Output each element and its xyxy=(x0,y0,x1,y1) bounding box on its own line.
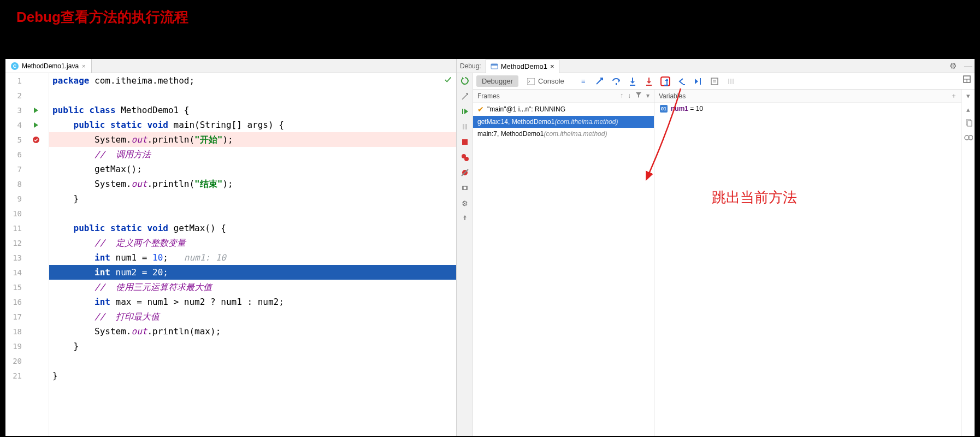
modify-run-icon[interactable] xyxy=(459,91,470,102)
line-num: 19 xyxy=(5,342,25,351)
line-num: 17 xyxy=(5,312,25,321)
minimize-icon[interactable]: — xyxy=(964,61,972,70)
collapse-all-icon[interactable]: ▴ xyxy=(966,105,970,114)
thread-label: "main"@1 i...n": RUNNING xyxy=(487,105,565,113)
line-num: 16 xyxy=(5,298,25,306)
run-icon[interactable] xyxy=(25,122,47,128)
svg-rect-2 xyxy=(491,64,498,66)
svg-rect-23 xyxy=(711,78,718,85)
dropdown-icon[interactable]: ▾ xyxy=(646,92,650,100)
check-icon: ✔ xyxy=(477,105,484,114)
resume-icon[interactable] xyxy=(459,106,470,117)
variables-side-toolbar: ▾ ▴ xyxy=(961,90,975,436)
line-num: 21 xyxy=(5,371,25,380)
run-config-name: MethodDemo1 xyxy=(501,62,547,70)
svg-rect-33 xyxy=(967,121,972,126)
expand-all-icon[interactable]: ▾ xyxy=(966,92,970,100)
line-num: 9 xyxy=(5,194,25,203)
editor-tab[interactable]: C MethodDemo1.java × xyxy=(5,59,92,73)
line-num: 13 xyxy=(5,253,25,262)
line-num: 2 xyxy=(5,91,25,100)
code-area[interactable]: package com.itheima.method; public class… xyxy=(49,73,456,436)
debug-sidebar: ⚙ xyxy=(457,73,473,436)
variables-header: Variables xyxy=(659,92,686,100)
pin-icon[interactable] xyxy=(459,213,470,224)
line-num: 6 xyxy=(5,150,25,159)
variables-pane: Variables ＋ 01 num1 = 10 xyxy=(654,90,975,436)
show-watches-icon[interactable] xyxy=(964,134,973,142)
svg-rect-13 xyxy=(527,78,535,85)
svg-point-12 xyxy=(463,187,466,190)
pause-icon[interactable] xyxy=(459,121,470,132)
mute-breakpoints-icon[interactable] xyxy=(459,167,470,178)
annotation-text: 跳出当前方法 xyxy=(712,188,797,207)
get-thread-dump-icon[interactable] xyxy=(459,182,470,193)
close-icon[interactable]: × xyxy=(550,62,554,70)
console-tab[interactable]: Console xyxy=(522,75,570,87)
line-num: 11 xyxy=(5,224,25,233)
editor-tabs: C MethodDemo1.java × xyxy=(5,59,456,73)
next-frame-icon[interactable]: ↓ xyxy=(628,92,631,100)
line-num: 18 xyxy=(5,327,25,336)
variable-row[interactable]: 01 num1 = 10 xyxy=(654,103,961,115)
line-num: 7 xyxy=(5,165,25,174)
breakpoint-icon[interactable] xyxy=(25,135,47,144)
filter-icon[interactable] xyxy=(635,92,642,100)
prev-frame-icon[interactable]: ↑ xyxy=(620,92,623,100)
rerun-icon[interactable] xyxy=(459,75,470,86)
view-breakpoints-icon[interactable] xyxy=(459,152,470,163)
step-over-icon[interactable] xyxy=(611,76,621,86)
line-num: 3 xyxy=(5,106,25,115)
stop-icon[interactable] xyxy=(459,137,470,147)
settings-icon[interactable]: ⚙ xyxy=(459,198,470,209)
frames-header: Frames xyxy=(477,92,500,100)
svg-point-8 xyxy=(464,157,469,161)
debug-toolbar: Debugger Console ≡ xyxy=(473,73,975,90)
editor-body: 1 2 3 4 5 6 7 8 9 10 11 12 13 14 15 16 1… xyxy=(5,73,456,436)
svg-rect-3 xyxy=(462,109,463,114)
line-num: 20 xyxy=(5,357,25,365)
line-num: 1 xyxy=(5,76,25,85)
more-icon[interactable]: ≡ xyxy=(578,76,588,86)
debugger-tab[interactable]: Debugger xyxy=(476,75,518,87)
debug-pane: Debug: MethodDemo1 × ⚙ — ⚙ xyxy=(457,59,975,436)
ide-window: C MethodDemo1.java × 1 2 3 4 5 6 7 8 9 1… xyxy=(5,59,975,436)
line-num: 8 xyxy=(5,180,25,188)
show-execution-point-icon[interactable] xyxy=(595,76,605,86)
step-into-icon[interactable] xyxy=(628,76,637,86)
gear-icon[interactable]: ⚙ xyxy=(949,61,957,71)
line-num: 15 xyxy=(5,283,25,292)
editor-pane: C MethodDemo1.java × 1 2 3 4 5 6 7 8 9 1… xyxy=(5,59,457,436)
run-icon[interactable] xyxy=(25,108,47,113)
thread-row[interactable]: ✔ "main"@1 i...n": RUNNING xyxy=(473,103,654,116)
close-icon[interactable]: × xyxy=(82,63,85,69)
debug-main: Debugger Console ≡ xyxy=(473,73,975,436)
line-num: 14 xyxy=(5,268,25,277)
run-config-tab[interactable]: MethodDemo1 × xyxy=(486,59,559,73)
gutter: 1 2 3 4 5 6 7 8 9 10 11 12 13 14 15 16 1… xyxy=(5,73,49,436)
debug-header: Debug: MethodDemo1 × ⚙ — xyxy=(457,59,975,73)
svg-rect-5 xyxy=(465,124,467,129)
frame-row[interactable]: main:7, MethodDemo1 (com.itheima.method) xyxy=(473,128,654,140)
line-num: 10 xyxy=(5,209,25,218)
frames-pane: Frames ↑ ↓ ▾ ✔ "main"@1 i...n": RUNNING xyxy=(473,90,654,436)
trace-current-stream-icon[interactable] xyxy=(726,76,736,86)
line-num: 5 xyxy=(5,135,25,144)
force-step-into-icon[interactable] xyxy=(644,76,654,86)
step-out-icon[interactable] xyxy=(660,76,670,86)
line-num: 12 xyxy=(5,239,25,247)
page-title: Debug查看方法的执行流程 xyxy=(0,0,980,59)
svg-rect-4 xyxy=(463,124,464,129)
run-config-icon xyxy=(491,62,498,70)
layout-settings-icon[interactable] xyxy=(963,75,971,85)
evaluate-expression-icon[interactable] xyxy=(710,76,719,86)
add-watch-icon[interactable]: ＋ xyxy=(951,91,957,101)
copy-icon[interactable] xyxy=(965,119,972,128)
drop-frame-icon[interactable] xyxy=(677,76,687,86)
run-to-cursor-icon[interactable] xyxy=(693,76,703,86)
frame-row[interactable]: getMax:14, MethodDemo1 (com.itheima.meth… xyxy=(473,116,654,128)
primitive-icon: 01 xyxy=(660,105,668,113)
debug-label: Debug: xyxy=(460,62,481,70)
editor-tab-filename: MethodDemo1.java xyxy=(22,62,79,70)
svg-rect-6 xyxy=(462,139,468,145)
